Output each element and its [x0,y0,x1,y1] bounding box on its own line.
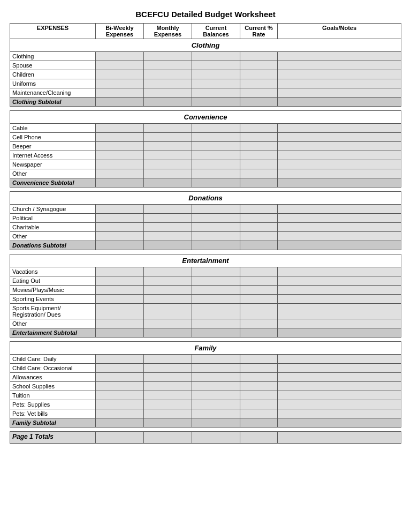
monthly-cell[interactable] [144,142,192,151]
balance-cell[interactable] [192,304,240,319]
biweekly-cell[interactable] [96,124,144,133]
subtotal-monthly[interactable] [144,241,192,250]
subtotal-goals[interactable] [278,328,401,338]
rate-cell[interactable] [240,214,278,223]
monthly-cell[interactable] [144,373,192,382]
rate-cell[interactable] [240,70,278,79]
subtotal-monthly[interactable] [144,328,192,338]
biweekly-cell[interactable] [96,88,144,98]
totals-balance[interactable] [192,432,240,444]
balance-cell[interactable] [192,205,240,214]
balance-cell[interactable] [192,169,240,178]
balance-cell[interactable] [192,61,240,70]
subtotal-monthly[interactable] [144,418,192,428]
biweekly-cell[interactable] [96,223,144,232]
totals-rate[interactable] [240,432,278,444]
biweekly-cell[interactable] [96,79,144,88]
biweekly-cell[interactable] [96,169,144,178]
rate-cell[interactable] [240,355,278,364]
goals-cell[interactable] [278,304,401,319]
biweekly-cell[interactable] [96,295,144,304]
balance-cell[interactable] [192,52,240,61]
monthly-cell[interactable] [144,391,192,400]
biweekly-cell[interactable] [96,52,144,61]
monthly-cell[interactable] [144,169,192,178]
monthly-cell[interactable] [144,223,192,232]
monthly-cell[interactable] [144,304,192,319]
subtotal-balance[interactable] [192,418,240,428]
goals-cell[interactable] [278,79,401,88]
monthly-cell[interactable] [144,61,192,70]
rate-cell[interactable] [240,382,278,391]
monthly-cell[interactable] [144,214,192,223]
rate-cell[interactable] [240,223,278,232]
monthly-cell[interactable] [144,400,192,409]
balance-cell[interactable] [192,382,240,391]
rate-cell[interactable] [240,79,278,88]
monthly-cell[interactable] [144,70,192,79]
rate-cell[interactable] [240,286,278,295]
goals-cell[interactable] [278,214,401,223]
goals-cell[interactable] [278,169,401,178]
balance-cell[interactable] [192,160,240,169]
goals-cell[interactable] [278,151,401,160]
subtotal-balance[interactable] [192,328,240,338]
goals-cell[interactable] [278,124,401,133]
biweekly-cell[interactable] [96,319,144,328]
goals-cell[interactable] [278,52,401,61]
balance-cell[interactable] [192,276,240,286]
rate-cell[interactable] [240,319,278,328]
balance-cell[interactable] [192,364,240,373]
subtotal-goals[interactable] [278,98,401,107]
monthly-cell[interactable] [144,276,192,286]
balance-cell[interactable] [192,391,240,400]
balance-cell[interactable] [192,409,240,418]
rate-cell[interactable] [240,400,278,409]
monthly-cell[interactable] [144,267,192,276]
monthly-cell[interactable] [144,382,192,391]
subtotal-rate[interactable] [240,328,278,338]
subtotal-balance[interactable] [192,98,240,107]
rate-cell[interactable] [240,169,278,178]
monthly-cell[interactable] [144,409,192,418]
goals-cell[interactable] [278,133,401,142]
subtotal-rate[interactable] [240,241,278,250]
rate-cell[interactable] [240,391,278,400]
monthly-cell[interactable] [144,355,192,364]
biweekly-cell[interactable] [96,382,144,391]
biweekly-cell[interactable] [96,151,144,160]
balance-cell[interactable] [192,88,240,98]
balance-cell[interactable] [192,286,240,295]
goals-cell[interactable] [278,319,401,328]
rate-cell[interactable] [240,295,278,304]
goals-cell[interactable] [278,70,401,79]
goals-cell[interactable] [278,373,401,382]
goals-cell[interactable] [278,88,401,98]
biweekly-cell[interactable] [96,214,144,223]
biweekly-cell[interactable] [96,373,144,382]
subtotal-rate[interactable] [240,418,278,428]
biweekly-cell[interactable] [96,286,144,295]
rate-cell[interactable] [240,133,278,142]
balance-cell[interactable] [192,373,240,382]
monthly-cell[interactable] [144,151,192,160]
balance-cell[interactable] [192,223,240,232]
rate-cell[interactable] [240,409,278,418]
monthly-cell[interactable] [144,52,192,61]
rate-cell[interactable] [240,276,278,286]
goals-cell[interactable] [278,160,401,169]
rate-cell[interactable] [240,160,278,169]
monthly-cell[interactable] [144,133,192,142]
subtotal-rate[interactable] [240,98,278,107]
biweekly-cell[interactable] [96,391,144,400]
goals-cell[interactable] [278,223,401,232]
monthly-cell[interactable] [144,295,192,304]
balance-cell[interactable] [192,355,240,364]
balance-cell[interactable] [192,151,240,160]
rate-cell[interactable] [240,124,278,133]
monthly-cell[interactable] [144,364,192,373]
balance-cell[interactable] [192,133,240,142]
rate-cell[interactable] [240,267,278,276]
subtotal-biweekly[interactable] [96,98,144,107]
subtotal-monthly[interactable] [144,178,192,188]
